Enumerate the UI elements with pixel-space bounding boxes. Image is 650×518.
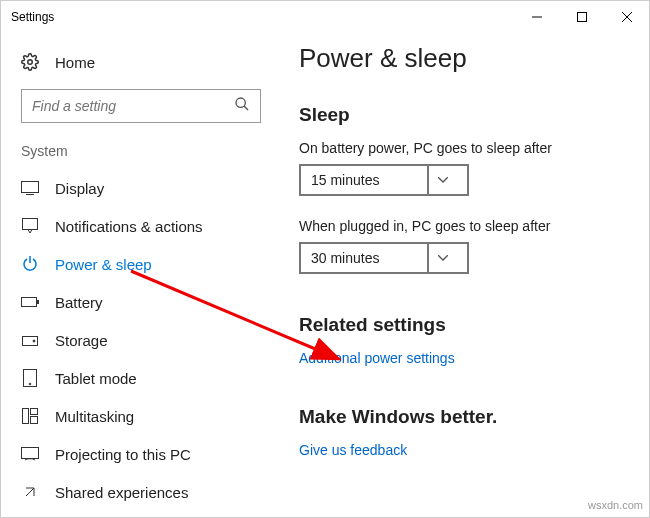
svg-rect-12 [37, 300, 39, 304]
battery-icon [21, 293, 39, 311]
minimize-icon [532, 12, 542, 22]
sidebar-item-label: Display [55, 180, 104, 197]
search-input[interactable] [32, 98, 234, 114]
svg-line-6 [244, 106, 248, 110]
storage-icon [21, 331, 39, 349]
battery-sleep-label: On battery power, PC goes to sleep after [299, 140, 619, 156]
window-title: Settings [11, 10, 54, 24]
multitasking-icon [21, 407, 39, 425]
notifications-icon [21, 217, 39, 235]
feedback-link[interactable]: Give us feedback [299, 442, 619, 458]
sidebar-item-tablet-mode[interactable]: Tablet mode [1, 359, 281, 397]
feedback-heading: Make Windows better. [299, 406, 619, 428]
svg-rect-1 [577, 13, 586, 22]
close-icon [622, 12, 632, 22]
svg-rect-18 [31, 409, 38, 415]
svg-rect-9 [23, 219, 38, 230]
svg-point-4 [28, 60, 33, 65]
maximize-icon [577, 12, 587, 22]
search-box[interactable] [21, 89, 261, 123]
sidebar-item-storage[interactable]: Storage [1, 321, 281, 359]
plugged-sleep-value: 30 minutes [311, 250, 379, 266]
tablet-icon [21, 369, 39, 387]
plugged-sleep-select[interactable]: 30 minutes [299, 242, 469, 274]
sidebar-item-label: Battery [55, 294, 103, 311]
shared-icon [21, 483, 39, 501]
battery-sleep-select[interactable]: 15 minutes [299, 164, 469, 196]
minimize-button[interactable] [514, 1, 559, 33]
projecting-icon [21, 445, 39, 463]
sidebar-item-label: Notifications & actions [55, 218, 203, 235]
sleep-heading: Sleep [299, 104, 619, 126]
svg-rect-20 [22, 448, 39, 459]
display-icon [21, 179, 39, 197]
sidebar-item-multitasking[interactable]: Multitasking [1, 397, 281, 435]
chevron-down-icon [427, 166, 457, 194]
page-title: Power & sleep [299, 43, 619, 74]
gear-icon [21, 53, 39, 71]
maximize-button[interactable] [559, 1, 604, 33]
svg-point-16 [29, 383, 31, 385]
chevron-down-icon [427, 244, 457, 272]
sidebar-item-projecting[interactable]: Projecting to this PC [1, 435, 281, 473]
battery-sleep-value: 15 minutes [311, 172, 379, 188]
sidebar-group-label: System [1, 143, 281, 169]
sidebar: Home System Display Notifications & acti… [1, 33, 281, 517]
sidebar-item-notifications[interactable]: Notifications & actions [1, 207, 281, 245]
plugged-sleep-label: When plugged in, PC goes to sleep after [299, 218, 619, 234]
sidebar-item-power-sleep[interactable]: Power & sleep [1, 245, 281, 283]
svg-rect-7 [22, 182, 39, 193]
sidebar-item-label: Tablet mode [55, 370, 137, 387]
sidebar-item-display[interactable]: Display [1, 169, 281, 207]
sidebar-item-battery[interactable]: Battery [1, 283, 281, 321]
titlebar: Settings [1, 1, 649, 33]
svg-rect-11 [22, 298, 37, 307]
sidebar-item-shared-experiences[interactable]: Shared experiences [1, 473, 281, 511]
svg-point-14 [33, 340, 35, 342]
sidebar-item-label: Projecting to this PC [55, 446, 191, 463]
svg-rect-17 [23, 409, 29, 424]
sidebar-item-label: Multitasking [55, 408, 134, 425]
search-icon [234, 96, 250, 116]
sidebar-item-label: Storage [55, 332, 108, 349]
content: Home System Display Notifications & acti… [1, 33, 649, 517]
home-button[interactable]: Home [1, 45, 281, 85]
window-controls [514, 1, 649, 33]
sidebar-item-label: Power & sleep [55, 256, 152, 273]
svg-point-5 [236, 98, 245, 107]
additional-power-settings-link[interactable]: Additional power settings [299, 350, 619, 366]
home-label: Home [55, 54, 95, 71]
power-icon [21, 255, 39, 273]
svg-rect-19 [31, 417, 38, 424]
sidebar-item-label: Shared experiences [55, 484, 188, 501]
close-button[interactable] [604, 1, 649, 33]
watermark: wsxdn.com [588, 499, 643, 511]
main-panel: Power & sleep Sleep On battery power, PC… [281, 33, 649, 517]
related-heading: Related settings [299, 314, 619, 336]
